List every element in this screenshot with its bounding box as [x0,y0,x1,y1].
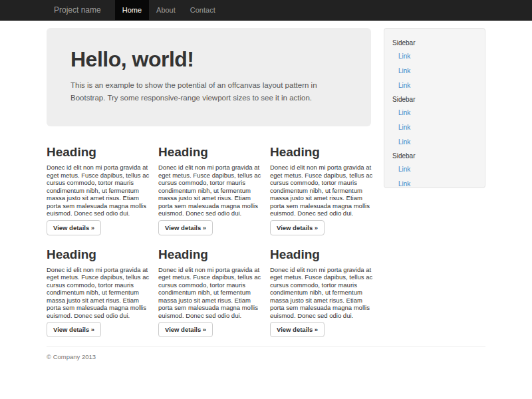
card: Heading Donec id elit non mi porta gravi… [158,235,270,338]
copyright-text: © Company 2013 [47,353,485,387]
card-heading: Heading [47,247,150,261]
card-heading: Heading [270,145,374,159]
view-details-button[interactable]: View details » [47,220,101,235]
view-details-button[interactable]: View details » [158,322,213,337]
cards-row-1: Heading Donec id elit non mi porta gravi… [47,133,382,235]
card-heading: Heading [47,145,150,159]
page-footer: © Company 2013 [47,346,485,387]
sidebar-link[interactable]: Link [384,162,485,177]
card-body-text: Donec id elit non mi porta gravida at eg… [270,266,374,320]
card-body-text: Donec id elit non mi porta gravida at eg… [47,266,150,320]
card-body-text: Donec id elit non mi porta gravida at eg… [158,164,262,217]
card: Heading Donec id elit non mi porta gravi… [47,133,158,235]
sidebar-group-label: Sidebar [384,93,485,106]
view-details-button[interactable]: View details » [158,220,213,235]
sidebar: Sidebar Link Link Link Sidebar Link Link… [384,28,485,188]
sidebar-group: Sidebar Link Link [384,150,485,188]
card-body-text: Donec id elit non mi porta gravida at eg… [47,164,150,217]
card-heading: Heading [270,247,374,261]
card: Heading Donec id elit non mi porta gravi… [158,133,270,235]
page-title: Hello, world! [70,48,347,71]
sidebar-group-label: Sidebar [384,150,485,162]
nav-item-home[interactable]: Home [115,0,149,21]
card-body-text: Donec id elit non mi porta gravida at eg… [270,164,374,217]
navbar-brand[interactable]: Project name [47,0,108,21]
sidebar-group-label: Sidebar [384,37,485,49]
sidebar-link[interactable]: Link [384,49,485,64]
sidebar-group: Sidebar Link Link Link [384,37,485,93]
sidebar-link[interactable]: Link [384,78,485,93]
card-body-text: Donec id elit non mi porta gravida at eg… [158,266,262,320]
nav-item-about[interactable]: About [149,0,183,21]
nav-item-contact[interactable]: Contact [183,0,223,21]
view-details-button[interactable]: View details » [270,322,325,337]
top-navbar: Project name Home About Contact [0,0,532,21]
view-details-button[interactable]: View details » [47,322,101,337]
card: Heading Donec id elit non mi porta gravi… [270,133,382,235]
cards-row-2: Heading Donec id elit non mi porta gravi… [47,235,382,338]
main-content: Hello, world! This is an example to show… [47,28,382,337]
view-details-button[interactable]: View details » [270,220,325,235]
footer-divider [47,346,485,347]
sidebar-link[interactable]: Link [384,106,485,120]
navbar-nav: Home About Contact [115,0,223,21]
card: Heading Donec id elit non mi porta gravi… [47,235,158,338]
card: Heading Donec id elit non mi porta gravi… [270,235,382,338]
jumbotron-description: This is an example to show the potential… [70,79,347,104]
sidebar-link[interactable]: Link [384,64,485,78]
sidebar-link[interactable]: Link [384,120,485,135]
sidebar-link[interactable]: Link [384,135,485,150]
sidebar-link[interactable]: Link [384,177,485,188]
sidebar-group: Sidebar Link Link Link [384,93,485,150]
card-heading: Heading [158,247,262,261]
card-heading: Heading [158,145,262,159]
jumbotron: Hello, world! This is an example to show… [47,28,371,126]
